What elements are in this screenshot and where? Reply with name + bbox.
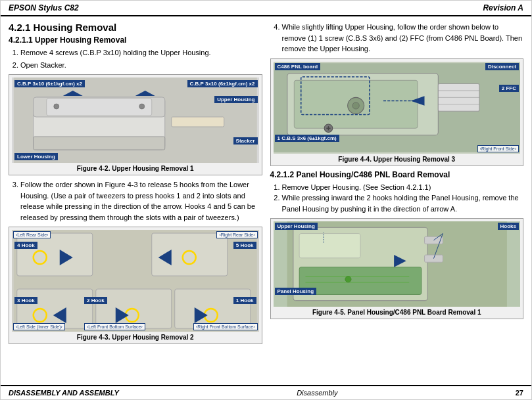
header-left: EPSON Stylus C82 — [9, 3, 79, 12]
label-hook3: 3 Hook — [14, 297, 37, 304]
label-lower-housing: Lower Housing — [14, 153, 58, 160]
figure-4-2-box: C.B.P 3x10 (6±1kgf.cm) x2 C.B.P 3x10 (6±… — [9, 74, 262, 175]
label-cbp-right: C.B.P 3x10 (6±1kgf.cm) x2 — [187, 80, 258, 87]
footer: DISASSEMBLY AND ASSEMBLY Disassembly 27 — [1, 385, 531, 399]
label-hook4: 4 Hook — [14, 242, 37, 249]
figure-4-2-image: C.B.P 3x10 (6±1kgf.cm) x2 C.B.P 3x10 (6±… — [12, 78, 259, 163]
left-column: 4.2.1 Housing Removal 4.2.1.1 Upper Hous… — [9, 22, 262, 380]
label-panel-housing: Panel Housing — [275, 288, 317, 295]
sub2-step-2: While pressing inward the 2 hooks holdin… — [282, 192, 524, 214]
label-hook5: 5 Hook — [233, 242, 256, 249]
figure-4-4-image: C486 PNL board Disconnect 2 FFC 1 C.B.S … — [274, 62, 521, 154]
svg-point-9 — [139, 104, 145, 109]
svg-rect-13 — [17, 289, 93, 328]
svg-point-30 — [352, 102, 358, 108]
label-hook1: 1 Hook — [233, 297, 256, 304]
figure-4-3-caption: Figure 4-3. Upper Housing Removal 2 — [12, 334, 259, 341]
footer-left: DISASSEMBLY AND ASSEMBLY — [9, 389, 119, 397]
label-ffc: 2 FFC — [499, 85, 519, 92]
label-right-front-bottom: ‹Right Front Bottom Surface› — [193, 323, 257, 330]
figure-4-4-caption: Figure 4-4. Upper Housing Removal 3 — [274, 156, 521, 163]
footer-right: 27 — [516, 389, 523, 397]
section-title: 4.2.1 Housing Removal — [9, 22, 262, 33]
label-hooks: Hooks — [498, 223, 519, 230]
svg-text:A: A — [395, 256, 400, 264]
label-right-rear: ‹Right Rear Side› — [216, 231, 257, 238]
svg-rect-43 — [299, 234, 360, 258]
page: EPSON Stylus C82 Revision A 4.2.1 Housin… — [0, 0, 532, 400]
footer-center: Disassembly — [297, 389, 337, 397]
step-3-list: Follow the order shown in Figure 4-3 to … — [9, 179, 262, 223]
step-4: While slightly lifting Upper Housing, fo… — [282, 22, 524, 55]
figure-4-5-image: A Upper Housing Hooks Panel Housing — [274, 221, 521, 307]
content: 4.2.1 Housing Removal 4.2.1.1 Upper Hous… — [1, 16, 531, 385]
figure-4-4-box: C486 PNL board Disconnect 2 FFC 1 C.B.S … — [270, 58, 524, 166]
label-left-inner: ‹Left Side (Inner Side)› — [13, 323, 65, 330]
label-c486: C486 PNL board — [275, 63, 321, 70]
subsection-title-2: 4.2.1.2 Panel Housing/C486 PNL Board Rem… — [270, 170, 524, 179]
header-right: Revision A — [483, 3, 523, 12]
subsection-title-1: 4.2.1.1 Upper Housing Removal — [9, 35, 262, 45]
sub2-step-1: Remove Upper Housing. (See Section 4.2.1… — [282, 182, 524, 193]
svg-rect-11 — [17, 233, 93, 276]
svg-rect-5 — [34, 137, 165, 150]
label-right-front: ‹Right Front Side› — [477, 145, 519, 152]
header: EPSON Stylus C82 Revision A — [1, 1, 531, 16]
steps-list-1: Remove 4 screws (C.B.P 3x10) holding the… — [9, 47, 262, 70]
figure-4-3-box: ‹Left Rear Side› ‹Right Rear Side› 4 Hoo… — [9, 227, 262, 344]
figure-4-2-caption: Figure 4-2. Upper Housing Removal 1 — [12, 165, 259, 172]
svg-point-47 — [345, 277, 351, 282]
label-cbs: 1 C.B.S 3x6 (6±1kgf.cm) — [275, 135, 339, 142]
svg-rect-4 — [172, 117, 224, 127]
label-hook2: 2 Hook — [84, 297, 107, 304]
label-stacker: Stacker — [233, 137, 258, 144]
label-cbp-left: C.B.P 3x10 (6±1kgf.cm) x2 — [14, 80, 85, 87]
label-left-front-bottom: ‹Left Front Bottom Surface› — [84, 323, 145, 330]
figure-4-3-image: ‹Left Rear Side› ‹Right Rear Side› 4 Hoo… — [12, 230, 259, 332]
label-left-rear: ‹Left Rear Side› — [13, 231, 51, 238]
label-disconnect: Disconnect — [485, 63, 519, 70]
step-1: Remove 4 screws (C.B.P 3x10) holding the… — [20, 47, 262, 58]
step-2: Open Stacker. — [20, 60, 262, 71]
svg-point-8 — [54, 104, 59, 109]
figure-4-5-caption: Figure 4-5. Panel Housing/C486 PNL Board… — [274, 309, 521, 316]
sub2-steps: Remove Upper Housing. (See Section 4.2.1… — [270, 182, 524, 215]
step-3: Follow the order shown in Figure 4-3 to … — [20, 179, 262, 223]
svg-rect-44 — [299, 267, 422, 295]
svg-rect-3 — [47, 99, 152, 116]
label-upper-housing: Upper Housing — [214, 96, 257, 103]
right-column: While slightly lifting Upper Housing, fo… — [270, 22, 524, 380]
figure-4-5-box: A Upper Housing Hooks Panel Housing Figu… — [270, 218, 524, 319]
label-upper-housing2: Upper Housing — [275, 223, 318, 230]
svg-rect-12 — [152, 233, 228, 276]
svg-rect-49 — [424, 255, 443, 262]
step-4-list: While slightly lifting Upper Housing, fo… — [270, 22, 524, 55]
